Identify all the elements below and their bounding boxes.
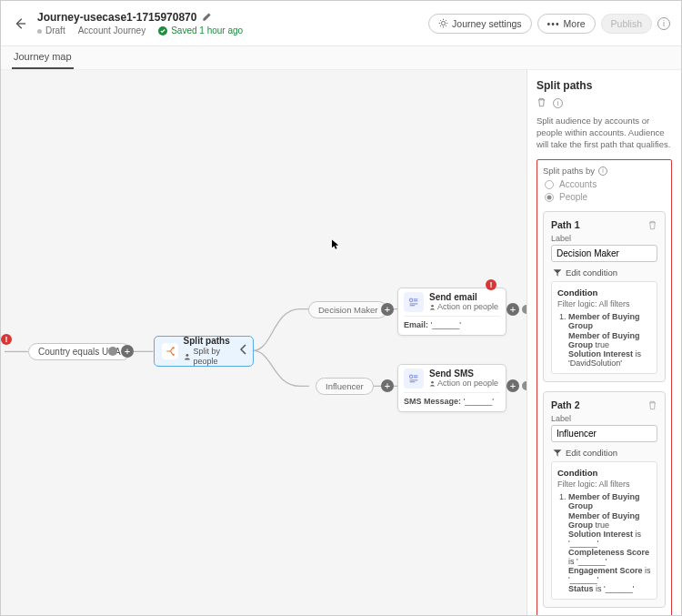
label-caption: Label (551, 414, 657, 423)
main: ! Country equals USA + Split paths Split… (1, 70, 681, 615)
radio-accounts[interactable]: Accounts (545, 179, 666, 189)
svg-rect-5 (410, 298, 413, 301)
action-icon (404, 292, 424, 312)
top-bar: Journey-usecase1-1715970870 Draft Accoun… (1, 1, 681, 46)
svg-point-3 (172, 354, 174, 356)
more-button[interactable]: ••• More (537, 14, 596, 34)
branch-label-influencer[interactable]: Influencer (316, 378, 374, 395)
svg-point-4 (186, 354, 188, 357)
filter-logic: Filter logic: All filters (557, 299, 651, 308)
action-detail: Email: '______' (404, 316, 500, 329)
branch-label-decision-maker[interactable]: Decision Maker (308, 301, 387, 318)
split-node-title: Split paths (184, 336, 230, 346)
add-step-button[interactable]: + (381, 379, 394, 392)
journey-title: Journey-usecase1-1715970870 (37, 11, 196, 24)
path-label-input[interactable] (551, 245, 657, 262)
cond-line: Member of Buying Group true (568, 331, 651, 349)
info-icon[interactable]: i (553, 98, 563, 108)
svg-rect-7 (410, 375, 413, 378)
edit-condition-button[interactable]: Edit condition (553, 448, 657, 458)
cond-line: Solution Interest is '______' (568, 530, 651, 548)
journey-type: Account Journey (78, 25, 146, 35)
split-by-label: Split paths by i (543, 166, 666, 176)
panel-description: Split audience by accounts or people wit… (537, 116, 672, 150)
config-highlight-box: Split paths by i Accounts People Path 1 … (537, 159, 672, 615)
cond-line: Member of Buying Group true (568, 511, 651, 530)
terminal-dot (522, 305, 527, 314)
svg-point-2 (172, 347, 174, 348)
error-badge-start: ! (1, 334, 12, 345)
action-icon (404, 369, 424, 389)
split-icon (162, 343, 178, 359)
svg-point-1 (442, 21, 446, 25)
delete-path-icon[interactable] (647, 220, 657, 230)
panel-title: Split paths (537, 79, 672, 92)
publish-button: Publish (601, 14, 652, 34)
add-step-button[interactable]: + (506, 303, 519, 316)
action-title: Send SMS (429, 369, 498, 379)
split-paths-node[interactable]: Split paths Split by people (154, 336, 254, 367)
send-email-node[interactable]: Send email Action on people Email: '____… (397, 288, 506, 336)
delete-path-icon[interactable] (647, 400, 657, 410)
add-step-button[interactable]: + (121, 345, 134, 358)
path-label-input[interactable] (551, 425, 657, 442)
filter-logic: Filter logic: All filters (557, 480, 651, 489)
status-draft: Draft (37, 25, 65, 35)
condition-title: Condition (557, 288, 651, 298)
delete-icon[interactable] (537, 97, 547, 108)
label-caption: Label (551, 234, 657, 243)
canvas[interactable]: ! Country equals USA + Split paths Split… (1, 70, 527, 615)
cond-line: Status is '______' (568, 584, 651, 593)
saved-status: Saved 1 hour ago (158, 25, 243, 35)
journey-settings-button[interactable]: Journey settings (428, 14, 531, 34)
add-step-button[interactable]: + (506, 379, 519, 392)
tabs: Journey map (1, 46, 681, 70)
action-subtitle: Action on people (429, 379, 498, 388)
properties-panel: Split paths i Split audience by accounts… (527, 70, 681, 615)
mouse-cursor (332, 239, 339, 250)
edit-title-icon[interactable] (202, 12, 213, 23)
path-title: Path 2 (551, 399, 580, 410)
path-title: Path 1 (551, 219, 580, 230)
error-badge: ! (486, 279, 496, 290)
path-card-2: Path 2 Label Edit condition Condition Fi… (543, 391, 666, 608)
cond-line: Engagement Score is '______' (568, 566, 651, 584)
tab-journey-map[interactable]: Journey map (12, 45, 74, 69)
split-node-subtitle: Split by people (184, 347, 246, 367)
cond-line: Member of Buying Group (568, 312, 640, 330)
back-button[interactable] (12, 15, 28, 32)
info-icon[interactable]: i (598, 167, 607, 176)
info-icon[interactable]: i (657, 17, 670, 30)
condition-box: Condition Filter logic: All filters Memb… (551, 281, 657, 374)
svg-point-8 (431, 380, 434, 383)
path-card-1: Path 1 Label Edit condition Condition Fi… (543, 211, 666, 382)
send-sms-node[interactable]: Send SMS Action on people SMS Message: '… (397, 364, 506, 412)
condition-box: Condition Filter logic: All filters Memb… (551, 461, 657, 600)
add-step-button[interactable]: + (381, 303, 394, 316)
radio-people[interactable]: People (545, 192, 666, 202)
svg-point-6 (431, 304, 434, 307)
terminal-dot (522, 381, 527, 390)
cond-line: Solution Interest is 'DavidSolution' (568, 349, 651, 368)
collapse-icon[interactable] (240, 344, 247, 355)
cond-line: Member of Buying Group (568, 492, 640, 510)
cond-line: Completeness Score is '______' (568, 548, 651, 566)
edit-condition-button[interactable]: Edit condition (553, 268, 657, 278)
condition-title: Condition (557, 468, 651, 478)
connector-dot (108, 347, 117, 356)
action-title: Send email (429, 292, 498, 302)
action-detail: SMS Message: '______' (404, 392, 500, 406)
action-subtitle: Action on people (429, 302, 498, 311)
